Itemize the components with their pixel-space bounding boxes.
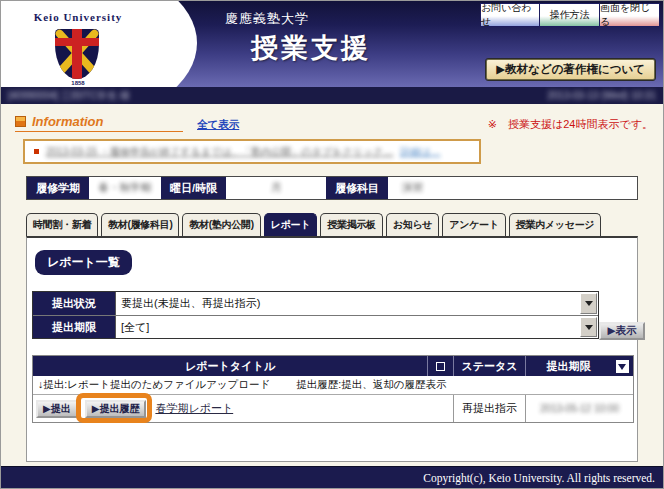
header-buttons: お問い合わせ 操作方法 画面を閉じる [480,3,660,27]
deadline-filter-label: 提出期限 [33,316,115,338]
report-row: ▶提出 ▶提出履歴 春学期レポート 再提出指示 2013-05-12 10:00 [33,395,633,422]
close-screen-button[interactable]: 画面を閉じる [600,3,660,27]
legend-history: 提出履歴:提出、返却の履歴表示 [296,378,446,392]
logo-year: 1858 [3,80,153,86]
semester-label: 履修学期 [27,177,89,199]
report-table-header: レポートタイトル ステータス 提出期限 [33,356,633,376]
report-title-link[interactable]: 春学期レポート [155,401,233,416]
org-name-japanese: 慶應義塾大学 [225,10,309,28]
column-report-title: レポートタイトル [33,356,427,376]
information-item-box: 2013-03-15 ・履修申告が終了するまでは、「塾内公開」のタブをクリック…… [23,139,481,164]
current-datetime: 2013-03-13 (Wed) 10:31 [547,90,656,101]
help-button[interactable]: 操作方法 [540,3,600,27]
report-table: レポートタイトル ステータス 提出期限 ↓提出:レポート提出のためファイルアップ… [32,355,634,423]
course-support-page: Keio University 1858 CALAMVS GLADIO FORT… [0,0,664,489]
row-deadline: 2013-05-12 10:00 [540,403,619,414]
sort-descending-icon[interactable] [616,360,629,373]
tab-notice[interactable]: お知らせ [386,213,440,236]
legend-submit: ↓提出:レポート提出のためファイルアップロード [38,378,270,392]
bullet-icon [34,149,39,154]
submission-status-label: 提出状況 [33,292,115,315]
information-title: Information [32,114,104,129]
materials-copyright-button[interactable]: ▶教材などの著作権について [486,59,655,80]
keio-logo: Keio University 1858 CALAMVS GLADIO FORT… [1,1,197,87]
logo-university-name: Keio University [3,11,153,23]
tab-materials-enrolled[interactable]: 教材(履修科目) [101,213,179,236]
semester-value: 春・秋学期 [99,181,152,195]
24hour-note: ※ 授業支援は24時間表示です。 [488,117,653,132]
main-tab-bar: 時間割・新着 教材(履修科目) 教材(塾内公開) レポート 授業掲示板 お知らせ… [26,213,663,236]
dropdown-arrow-icon[interactable] [580,293,597,314]
report-list-badge: レポート一覧 [35,250,132,275]
table-legend-row: ↓提出:レポート提出のためファイルアップロード 提出履歴:提出、返却の履歴表示 [33,376,633,395]
report-filters: 提出状況 要提出(未提出、再提出指示) 提出期限 [全て] [32,291,599,339]
submission-history-button[interactable]: ▶提出履歴 [85,400,147,418]
dropdown-arrow-icon[interactable] [580,317,597,337]
page-header: Keio University 1858 CALAMVS GLADIO FORT… [1,1,663,87]
user-status-bar: [40990004] 三田ITC学生 様 2013-03-13 (Wed) 10… [1,87,663,104]
contact-button[interactable]: お問い合わせ [480,3,540,27]
logged-in-user: [40990004] 三田ITC学生 様 [8,89,130,103]
select-all-checkbox[interactable] [436,362,445,371]
course-value: 演習 [402,181,423,195]
course-info-bar: 履修学期 春・秋学期 曜日/時限 月 履修科目 演習 [26,176,638,200]
submit-button[interactable]: ▶提出 [36,400,78,418]
keio-shield-icon [55,29,99,79]
tab-class-message[interactable]: 授業内メッセージ [509,213,602,236]
information-item-link[interactable]: 詳細は… [400,145,440,159]
show-button[interactable]: ▶表示 [599,322,645,340]
tab-report[interactable]: レポート [264,213,318,236]
report-panel: レポート一覧 提出状況 要提出(未提出、再提出指示) 提出期限 [全て] ▶表示… [26,236,638,462]
column-deadline: 提出期限 [525,356,611,376]
tab-materials-public[interactable]: 教材(塾内公開) [182,213,260,236]
day-period-label: 曜日/時限 [161,177,226,199]
submission-status-select[interactable]: 要提出(未提出、再提出指示) [115,292,598,315]
copyright-text: Copyright(c), Keio University. All right… [423,472,655,484]
information-icon [15,116,26,127]
row-status: 再提出指示 [453,395,525,422]
tab-class-board[interactable]: 授業掲示板 [320,213,383,236]
deadline-filter-select[interactable]: [全て] [115,316,598,338]
information-item-text: 2013-03-15 ・履修申告が終了するまでは、「塾内公開」のタブをクリック… [46,145,393,159]
course-label: 履修科目 [326,177,388,199]
show-all-link[interactable]: 全て表示 [197,118,239,132]
day-period-value: 月 [271,181,282,195]
page-footer: Copyright(c), Keio University. All right… [1,466,663,488]
column-status: ステータス [453,356,525,376]
app-title: 授業支援 [251,30,371,66]
tab-survey[interactable]: アンケート [442,213,505,236]
information-header: Information 全て表示 ※ 授業支援は24時間表示です。 [15,113,653,132]
tab-timetable-new[interactable]: 時間割・新着 [26,213,98,236]
